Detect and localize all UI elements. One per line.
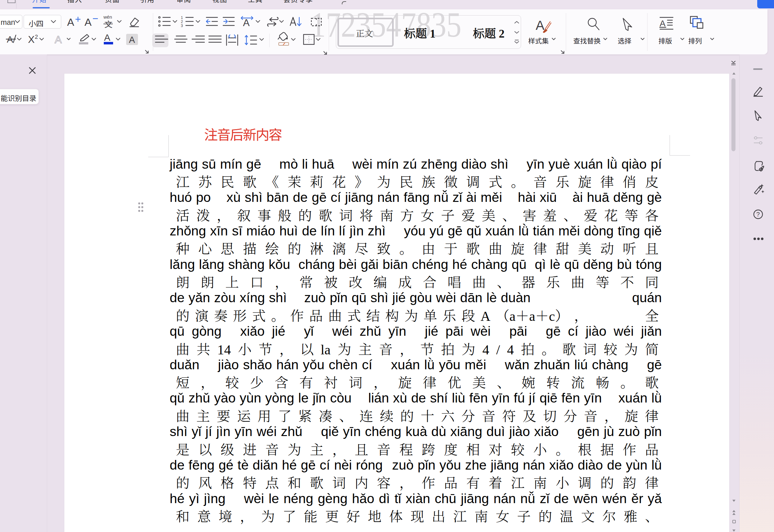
svg-text:2: 2 xyxy=(35,34,38,40)
svg-text:2: 2 xyxy=(181,20,183,24)
svg-text:A: A xyxy=(243,17,250,28)
svg-text:3: 3 xyxy=(181,24,183,28)
svg-text:A: A xyxy=(67,16,74,28)
svg-text:1: 1 xyxy=(181,16,183,20)
svg-text:A: A xyxy=(536,18,544,33)
svg-text:?: ? xyxy=(756,211,760,218)
svg-text:A: A xyxy=(84,16,92,28)
svg-text:X: X xyxy=(28,34,34,45)
svg-text:A: A xyxy=(55,34,62,45)
svg-text:A: A xyxy=(660,19,666,28)
svg-text:A: A xyxy=(104,32,110,43)
